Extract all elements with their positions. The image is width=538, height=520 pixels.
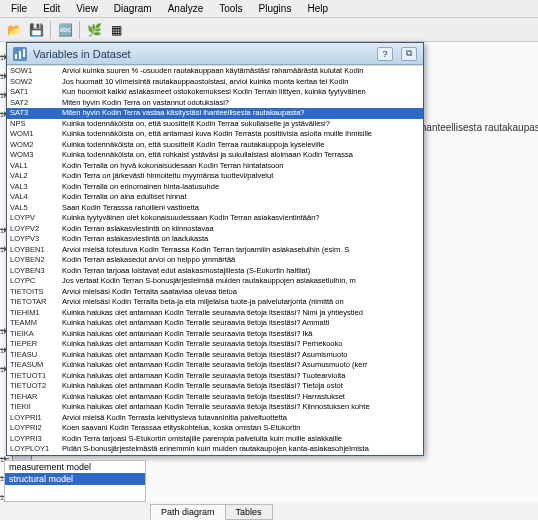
variable-row[interactable]: SOW1Arvioi kuinka suuren % -osuuden raut… (7, 66, 423, 77)
variable-row[interactable]: TIETUOT2Kuinka halukas olet antamaan Kod… (7, 381, 423, 392)
variable-row[interactable]: VAL2Kodin Terra on järkevästi hinnoitelt… (7, 171, 423, 182)
variable-row[interactable]: SAT2Miten hyvin Kodin Terra on vastannut… (7, 98, 423, 109)
dialog-titlebar[interactable]: Variables in Dataset ? ⧉ (7, 43, 423, 65)
model-list[interactable]: measurement modelstructural model (4, 460, 146, 502)
variable-name: TIEHAR (7, 392, 59, 403)
dialog-help-button[interactable]: ? (377, 47, 393, 61)
variable-label: Kuinka todennäköista on, että antamasi k… (59, 129, 423, 140)
variable-label: Kodin Terralla on hyvä kokonaisudesaan K… (59, 161, 423, 172)
dialog-icon (13, 47, 27, 61)
variable-row[interactable]: TEAMMKuinka halukas olet antamaan Kodin … (7, 318, 423, 329)
variables-list[interactable]: SOW1Arvioi kuinka suuren % -osuuden raut… (7, 65, 423, 455)
variable-row[interactable]: LOYBEN1Arvioi mielsä toteutuva Kodin Ter… (7, 245, 423, 256)
menu-help[interactable]: Help (300, 1, 335, 16)
variable-row[interactable]: TIETOITSArvioi mielsäsi Kodin Terralta s… (7, 287, 423, 298)
variable-name: NPS (7, 119, 59, 130)
variable-label: Arvioi kuinka suuren % -osuuden rautakau… (59, 66, 423, 77)
variable-row[interactable]: LOYPVKuinka tyytyväinen olet kokonaisuud… (7, 213, 423, 224)
variable-row[interactable]: SAT1Kun huomioit kaikki asIakasmeet osto… (7, 87, 423, 98)
variable-label: Kuinka halukas olet antamaan Kodin Terra… (59, 339, 423, 350)
variable-name: LOYPLOY2 (7, 455, 59, 456)
tree-icon[interactable]: 🌿 (84, 20, 104, 40)
variable-name: VAL3 (7, 182, 59, 193)
variable-label: Kuinka halukas olet antamaan Kodin Terra… (59, 308, 423, 319)
variable-label: Jos vertaat Kodin Terran S-bonusjärjeste… (59, 276, 423, 287)
variable-label: Kuinka todennäköista on, että rohkaist y… (59, 150, 423, 161)
menu-file[interactable]: File (4, 1, 34, 16)
variable-label: Kodin Terra tarjoasi S-Etukortin omistaj… (59, 434, 423, 445)
variable-name: SAT3 (7, 108, 59, 119)
model-item[interactable]: structural model (5, 473, 145, 485)
variable-name: LOYPLOY1 (7, 444, 59, 455)
menu-analyze[interactable]: Analyze (161, 1, 211, 16)
variable-name: WOM3 (7, 150, 59, 161)
variable-name: LOYPC (7, 276, 59, 287)
variable-label: Kodin Terran asiakasedut arvoi on helppo… (59, 255, 423, 266)
variable-label: Kuinka halukas olet antamaan Kodin Terra… (59, 360, 423, 371)
variable-row[interactable]: TIETUOT1Kuinka halukas olet antamaan Kod… (7, 371, 423, 382)
tab-tables[interactable]: Tables (225, 504, 273, 520)
variables-dialog: Variables in Dataset ? ⧉ SOW1Arvioi kuin… (6, 42, 424, 456)
variable-row[interactable]: LOYPLOY1Pidän S-bonusjärjestelmästä erin… (7, 444, 423, 455)
variable-label: Kuinka halukas olet antamaan Kodin Terra… (59, 402, 423, 413)
variable-row[interactable]: LOYPV2Kodin Terran asiakasviestintä on k… (7, 224, 423, 235)
variable-label: Arvioi mielsä toteutuva Kodin Terrassa K… (59, 245, 423, 256)
variable-label: Kuinka halukas olet antamaan Kodin Terra… (59, 318, 423, 329)
model-item[interactable]: measurement model (5, 461, 145, 473)
save-icon[interactable]: 💾 (26, 20, 46, 40)
dialog-restore-button[interactable]: ⧉ (401, 47, 417, 61)
style-icon[interactable]: 🔤 (55, 20, 75, 40)
variable-row[interactable]: WOM2Kuinka todennäköista on, että suosit… (7, 140, 423, 151)
variable-row[interactable]: WOM3Kuinka todennäköista on, että rohkai… (7, 150, 423, 161)
variable-row[interactable]: LOYBEN2Kodin Terran asiakasedut arvoi on… (7, 255, 423, 266)
variable-label: Kodin Terran tarjoaa loistavat edut asia… (59, 266, 423, 277)
tab-path-diagram[interactable]: Path diagram (150, 504, 226, 520)
variable-row[interactable]: TIEPERKuinka halukas olet antamaan Kodin… (7, 339, 423, 350)
variable-row[interactable]: VAL3Kodin Terralla on erinomainen hinta-… (7, 182, 423, 193)
variable-row[interactable]: LOYBEN3Kodin Terran tarjoaa loistavat ed… (7, 266, 423, 277)
menu-plugins[interactable]: Plugins (252, 1, 299, 16)
variable-name: TIETOTAR (7, 297, 59, 308)
variable-label: Kuinka todennäköista on, että suositteli… (59, 140, 423, 151)
variable-name: SAT2 (7, 98, 59, 109)
variable-label: Kuinka halukas olet antamaan Kodin Terra… (59, 329, 423, 340)
variable-label: Saan Kodin Terasssa rahoilleni vastinett… (59, 203, 423, 214)
variable-name: TIEHIM1 (7, 308, 59, 319)
variable-row[interactable]: TIEHIM1Kuinka halukas olet antamaan Kodi… (7, 308, 423, 319)
variable-label: Kodin Terralla on erinomainen hinta-laat… (59, 182, 423, 193)
variable-label: Miten hyvin Kodin Terra on vastannut odo… (59, 98, 423, 109)
variable-name: TIEKII (7, 402, 59, 413)
variable-row[interactable]: TIEIKAKuinka halukas olet antamaan Kodin… (7, 329, 423, 340)
menu-edit[interactable]: Edit (36, 1, 67, 16)
variable-row[interactable]: LOYPRI2Koen saavani Kodin Terassaa etity… (7, 423, 423, 434)
variable-name: LOYPRI2 (7, 423, 59, 434)
variable-label: Kodin Terran asiakasviestintä on laaduka… (59, 234, 423, 245)
variable-row[interactable]: VAL1Kodin Terralla on hyvä kokonaisudesa… (7, 161, 423, 172)
menu-view[interactable]: View (69, 1, 105, 16)
variable-row[interactable]: TIETOTARArvioi mielsäsi Kodin Terralta b… (7, 297, 423, 308)
variable-row[interactable]: LOYPLOY2S-bonus on paremp kuin muut kant… (7, 455, 423, 456)
variable-label: Kuinka halukas olet antamaan Kodin Terra… (59, 371, 423, 382)
variable-row[interactable]: LOYPV3Kodin Terran asiakasviestintä on l… (7, 234, 423, 245)
variable-row[interactable]: SAT3Miten hyvin Kodin Terra vastaa käsit… (7, 108, 423, 119)
variable-name: VAL2 (7, 171, 59, 182)
variable-label: Kodin Terra on järkevästi hinnoiteltu my… (59, 171, 423, 182)
variable-name: LOYBEN1 (7, 245, 59, 256)
variable-row[interactable]: LOYPRI3Kodin Terra tarjoasi S-Etukortin … (7, 434, 423, 445)
variable-row[interactable]: TIEASUMKuinka halukas olet antamaan Kodi… (7, 360, 423, 371)
variable-row[interactable]: NPSKuinka todennäköista on, että suositt… (7, 119, 423, 130)
variable-row[interactable]: TIEHARKuinka halukas olet antamaan Kodin… (7, 392, 423, 403)
variable-row[interactable]: TIEASUKuinka halukas olet antamaan Kodin… (7, 350, 423, 361)
variable-row[interactable]: LOYPCJos vertaat Kodin Terran S-bonusjär… (7, 276, 423, 287)
variable-row[interactable]: VAL5Saan Kodin Terasssa rahoilleni vasti… (7, 203, 423, 214)
variable-row[interactable]: VAL4Kodin Terralla on aina edulliset hin… (7, 192, 423, 203)
menu-tools[interactable]: Tools (212, 1, 249, 16)
variable-row[interactable]: TIEKIIKuinka halukas olet antamaan Kodin… (7, 402, 423, 413)
grid-icon[interactable]: ▦ (106, 20, 126, 40)
variable-label: Miten hyvin Kodin Terra vastaa käsitystä… (59, 108, 423, 119)
menu-diagram[interactable]: Diagram (107, 1, 159, 16)
variable-row[interactable]: LOYPRI1Arvioi mielsä Kodin Terrasta kehi… (7, 413, 423, 424)
variable-row[interactable]: SOW2Jos huomatt 10 viimeisintä rautakaup… (7, 77, 423, 88)
variable-row[interactable]: WOM1Kuinka todennäköista on, että antama… (7, 129, 423, 140)
open-icon[interactable]: 📂 (4, 20, 24, 40)
